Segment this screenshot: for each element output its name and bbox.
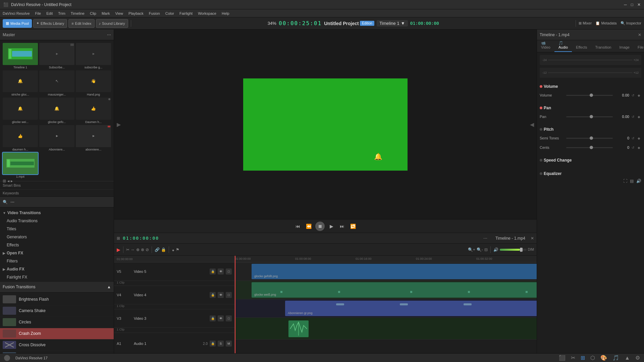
audio-meter-icon[interactable]: 🔊 [636,179,641,183]
tab-file[interactable]: File [634,43,644,52]
tree-item-audio-fx[interactable]: ▶ Audio FX [0,265,114,273]
menu-davinci[interactable]: DaVinci Resolve [3,11,30,15]
fusion-item-circles[interactable]: Circles [0,317,114,328]
menu-fusion[interactable]: Fusion [149,11,160,15]
cents-slider[interactable] [566,147,613,148]
pan-slider-container[interactable] [566,116,613,117]
sound-library-btn[interactable]: ♪ Sound Library [96,19,128,28]
smart-bins-item[interactable]: Smart Bins [0,181,114,189]
volume-reset-btn[interactable]: ↺ [631,93,635,98]
fit-timeline-icon[interactable]: ⊟ [484,247,488,252]
cents-keyframe-btn[interactable]: ◆ [637,145,641,150]
track-row-a1[interactable] [235,318,537,340]
v4-visibility-icon[interactable]: 👁 [218,292,224,298]
speed-enable-dot[interactable] [540,159,542,162]
timeline-tracks-content[interactable]: 01:00:00:00 01:00:08:00 01:00:16:00 01:0… [235,256,537,353]
track-row-v3[interactable]: Abonnieren gr.png [235,299,537,318]
zoom-in-icon[interactable]: 🔍+ [468,247,475,252]
v3-composite-icon[interactable]: □ [226,315,232,321]
close-button[interactable]: ✕ [637,2,641,7]
clip-v4-1[interactable]: glocke weiß.png [252,282,537,298]
media-panel-menu[interactable]: ⋯ [107,33,111,37]
media-item-glockewei[interactable]: 🔔 glocke wei... [3,98,38,124]
tree-item-filters[interactable]: Filters [0,257,114,265]
blade-tool-icon[interactable]: ✂ [126,247,129,252]
media-item-timeline1[interactable]: Timeline 1 [3,43,38,69]
maximize-button[interactable]: □ [631,2,633,7]
volume-slider-container[interactable] [566,95,613,96]
timeline-options-icon[interactable]: ⊞ [117,236,120,241]
media-item-glockegefu[interactable]: 🔔 glocke gefü... [39,98,74,124]
media-item-subscribe2[interactable]: ▶ subscribe g... [76,43,111,69]
effects-library-btn[interactable]: ✦ Effects Library [33,19,67,28]
fusion-item-crash-zoom[interactable]: Crash Zoom [0,328,114,340]
media-item-abogrp2[interactable]: ▶ abonniere... [76,125,111,151]
keywords-item[interactable]: Keywords [0,189,114,196]
fusion-item-drop-warp[interactable]: Drop Warp [0,351,114,353]
tab-effects[interactable]: Effects [572,43,591,52]
fusion-collapse-btn[interactable]: ▲ [107,285,111,289]
media-item-maus[interactable]: ↖ mauszeiger... [39,70,74,97]
menu-clip[interactable]: Clip [90,11,96,15]
media-item-daumen1[interactable]: 👍 Daumen h... [76,98,111,124]
semi-thumb[interactable] [590,136,593,140]
go-to-end-btn[interactable]: ⏭ [338,222,346,230]
viewport-nav-back[interactable]: ◂ [7,179,9,183]
menu-fairlight[interactable]: Fairlight [179,11,193,15]
stop-btn[interactable]: ⏹ [315,222,325,231]
inspector-close-x[interactable]: ✕ [638,33,641,37]
media-pool-btn[interactable]: ▦ Media Pool [3,19,32,28]
play-btn[interactable]: ▶ [327,222,335,230]
clip-a1-1[interactable] [288,320,309,337]
fullscreen-icon[interactable]: ⛶ [623,179,627,183]
timeline-more-icon[interactable]: ⋯ [483,236,487,241]
menu-color[interactable]: Color [165,11,174,15]
eq-enable-dot[interactable] [540,172,542,175]
timeline-snap-icon[interactable]: ▶ [117,247,120,252]
media-item-hand[interactable]: 👋 Hand.png [76,70,111,97]
media-item-striche[interactable]: 🔔 striche gloc... [3,70,38,97]
pan-slider-thumb[interactable] [590,115,593,118]
cents-reset-btn[interactable]: ↺ [631,145,635,150]
fusion-item-camera-shake[interactable]: Camera Shake [0,305,114,317]
tree-item-video-transitions[interactable]: ▼ Video Transitions [0,209,114,217]
menu-edit[interactable]: Edit [46,11,53,15]
semi-reset-btn[interactable]: ↺ [631,136,635,140]
flag-icon[interactable]: ⚑ [176,247,179,252]
menu-mark[interactable]: Mark [102,11,110,15]
media-page-btn[interactable]: ⬛ [559,355,566,361]
pitch-enable-dot[interactable] [540,128,542,131]
v5-visibility-icon[interactable]: 👁 [218,268,224,275]
v4-lock-icon[interactable]: 🔒 [210,292,216,298]
tree-item-generators[interactable]: Generators [0,233,114,241]
fusion-item-brightness-flash[interactable]: Brightness Flash [0,294,114,305]
playhead[interactable] [235,256,235,353]
lock-icon[interactable]: 🔒 [161,247,166,252]
settings-icon[interactable]: ⚙ [635,355,640,361]
cents-thumb[interactable] [590,146,593,149]
external-monitor-icon[interactable]: ▤ [630,179,634,183]
pan-keyframe-btn[interactable]: ◆ [637,114,641,119]
loop-btn[interactable]: 🔁 [349,222,357,230]
fairlight-page-btn[interactable]: 🎵 [612,355,619,361]
timeline-selector[interactable]: Timeline 1 ▼ [377,20,408,26]
media-item-daumen2[interactable]: 👍 daumen h... [3,125,38,151]
metadata-btn[interactable]: 📋 Metadata [595,21,616,25]
semi-tones-slider[interactable] [566,138,613,139]
menu-trim[interactable]: Trim [58,11,65,15]
volume-bar[interactable] [500,249,527,251]
v5-lock-icon[interactable]: 🔒 [210,268,216,275]
zoom-out-icon[interactable]: 🔍- [477,247,483,252]
tab-video[interactable]: 📹 Video [537,39,554,52]
track-row-v4[interactable]: glocke weiß.png [235,281,537,299]
link-icon[interactable]: 🔗 [155,247,160,252]
menu-workspace[interactable]: Workspace [198,11,216,15]
tree-item-fairlight-fx[interactable]: Fairlight FX [0,273,114,281]
volume-slider-thumb[interactable] [590,94,593,97]
razor-icon[interactable]: ⊘ [146,247,149,252]
menu-file[interactable]: File [35,11,41,15]
volume-thumb[interactable] [520,248,523,252]
semi-keyframe-btn[interactable]: ◆ [637,136,641,140]
edit-page-btn[interactable]: ⊞ [581,355,585,361]
menu-timeline[interactable]: Timeline [71,11,85,15]
